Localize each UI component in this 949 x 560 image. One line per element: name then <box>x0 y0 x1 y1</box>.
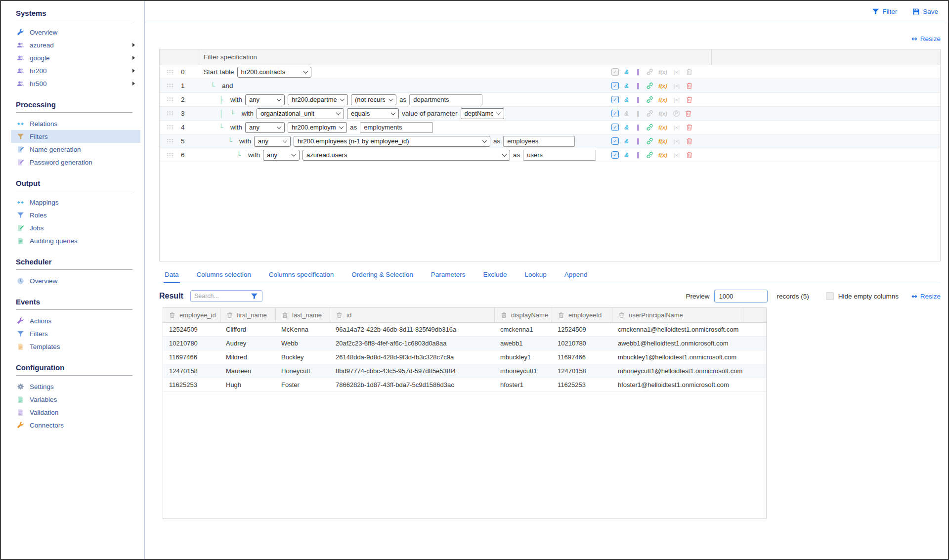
parallel-icon[interactable]: ‖ <box>634 68 642 76</box>
sidebar-item-filters[interactable]: Filters <box>11 130 140 143</box>
sidebar-item-variables[interactable]: Variables <box>11 393 140 406</box>
trash-icon[interactable] <box>225 311 233 319</box>
delete-row-icon[interactable] <box>685 137 693 145</box>
parallel-icon[interactable]: ‖ <box>634 124 642 131</box>
and-operator-icon[interactable]: & <box>623 110 630 117</box>
filter-alias-input[interactable] <box>409 94 482 105</box>
trash-icon[interactable] <box>281 311 289 319</box>
row-enabled-checkbox[interactable]: ✓ <box>611 137 619 145</box>
sidebar-item-connectors[interactable]: Connectors <box>11 419 140 431</box>
sidebar-item-settings[interactable]: Settings <box>11 380 140 393</box>
filter-button[interactable]: Filter <box>871 7 897 15</box>
sidebar-item-relations[interactable]: Relations <box>11 117 140 130</box>
drag-handle-icon[interactable] <box>167 111 174 116</box>
parallel-icon[interactable]: ‖ <box>634 110 642 117</box>
row-enabled-checkbox[interactable]: ✓ <box>611 124 619 131</box>
column-header-userprincipalname[interactable]: userPrincipalName <box>612 308 743 322</box>
exclude-icon[interactable]: |×| <box>672 152 681 158</box>
filter-select[interactable]: any <box>245 94 285 105</box>
function-icon[interactable]: f(x) <box>657 111 668 117</box>
link-icon[interactable] <box>646 82 653 90</box>
drag-handle-icon[interactable] <box>167 138 174 144</box>
tab-parameters[interactable]: Parameters <box>430 268 467 283</box>
tab-append[interactable]: Append <box>563 268 589 283</box>
filter-alias-input[interactable] <box>523 150 596 161</box>
filter-select[interactable]: (not recursive) <box>351 94 396 105</box>
and-operator-icon[interactable]: & <box>623 69 630 76</box>
trash-icon[interactable] <box>500 311 508 319</box>
table-row[interactable]: 12524509CliffordMcKenna96a14a72-422b-46d… <box>163 323 766 337</box>
function-icon[interactable]: f(x) <box>657 138 668 144</box>
parallel-icon[interactable]: ‖ <box>634 151 642 159</box>
delete-row-icon[interactable] <box>684 110 692 118</box>
function-icon[interactable]: f(x) <box>657 125 668 130</box>
filter-select[interactable]: azuread.users <box>302 150 510 161</box>
sidebar-item-roles[interactable]: Roles <box>11 209 140 221</box>
search-input[interactable] <box>194 293 249 300</box>
preview-count-input[interactable] <box>714 290 768 302</box>
sidebar-item-templates[interactable]: Templates <box>11 340 140 353</box>
column-header-first-name[interactable]: first_name <box>220 308 275 322</box>
sidebar-item-jobs[interactable]: Jobs <box>11 221 140 234</box>
column-header-employeeid[interactable]: employeeId <box>552 308 612 322</box>
row-enabled-checkbox[interactable]: ✓ <box>611 68 619 76</box>
delete-row-icon[interactable] <box>685 96 693 104</box>
resize-top-link[interactable]: ↔ Resize <box>911 30 941 47</box>
trash-icon[interactable] <box>168 311 176 319</box>
table-row[interactable]: 10210780AudreyWebb20af2c23-6ff8-4fef-af6… <box>163 337 766 350</box>
hide-empty-columns-checkbox[interactable] <box>826 292 834 300</box>
filter-select[interactable]: any <box>245 122 285 133</box>
column-header-employee-id[interactable]: employee_id <box>163 308 220 322</box>
filter-alias-input[interactable] <box>503 136 575 147</box>
function-icon[interactable]: f(x) <box>657 152 668 158</box>
and-operator-icon[interactable]: & <box>623 83 630 89</box>
filter-select[interactable]: equals <box>347 108 399 119</box>
filter-select[interactable]: hr200.contracts <box>237 67 311 78</box>
exclude-icon[interactable]: |×| <box>672 125 681 130</box>
filter-select[interactable]: organizational_unit <box>257 108 344 119</box>
delete-row-icon[interactable] <box>685 151 693 159</box>
trash-icon[interactable] <box>617 311 625 319</box>
sidebar-item-hr500[interactable]: hr500 <box>11 77 140 90</box>
drag-handle-icon[interactable] <box>167 69 174 75</box>
tab-ordering-selection[interactable]: Ordering & Selection <box>350 268 414 283</box>
function-icon[interactable]: f(x) <box>657 97 668 103</box>
tab-columns-specification[interactable]: Columns specification <box>268 268 335 283</box>
column-header-displayname[interactable]: displayName <box>494 308 552 322</box>
sidebar-item-actions[interactable]: Actions <box>11 314 140 327</box>
tab-columns-selection[interactable]: Columns selection <box>196 268 252 283</box>
link-icon[interactable] <box>646 96 653 104</box>
sidebar-item-hr200[interactable]: hr200 <box>11 64 140 77</box>
parallel-icon[interactable]: ‖ <box>634 137 642 145</box>
filter-alias-input[interactable] <box>360 122 433 133</box>
function-icon[interactable]: f(x) <box>657 83 668 89</box>
exclude-icon[interactable]: |×| <box>672 83 681 89</box>
drag-handle-icon[interactable] <box>167 97 174 102</box>
row-enabled-checkbox[interactable]: ✓ <box>611 82 619 89</box>
link-icon[interactable] <box>646 151 653 159</box>
exclude-icon[interactable]: |×| <box>672 97 681 103</box>
delete-row-icon[interactable] <box>685 82 693 90</box>
delete-row-icon[interactable] <box>685 68 693 76</box>
parameter-icon[interactable] <box>672 110 680 118</box>
link-icon[interactable] <box>646 124 653 131</box>
column-header-last-name[interactable]: last_name <box>275 308 330 322</box>
link-icon[interactable] <box>646 68 653 76</box>
table-row[interactable]: 11625253HughFoster7866282b-1d87-43ff-bda… <box>163 378 766 392</box>
drag-handle-icon[interactable] <box>167 152 174 158</box>
sidebar-item-password-generation[interactable]: Password generation <box>11 156 140 169</box>
row-enabled-checkbox[interactable]: ✓ <box>611 151 619 159</box>
sidebar-item-name-generation[interactable]: Name generation <box>11 143 140 156</box>
tab-lookup[interactable]: Lookup <box>524 268 548 283</box>
trash-icon[interactable] <box>335 311 343 319</box>
exclude-icon[interactable]: |×| <box>672 69 681 75</box>
sidebar-item-overview[interactable]: Overview <box>11 274 140 287</box>
sidebar-item-validation[interactable]: Validation <box>11 406 140 419</box>
sidebar-item-mappings[interactable]: Mappings <box>11 196 140 209</box>
table-row[interactable]: 12470158MaureenHoneycutt8bd97774-cbbc-43… <box>163 364 766 378</box>
filter-select[interactable]: deptName <box>461 108 504 119</box>
parallel-icon[interactable]: ‖ <box>634 82 642 89</box>
filter-select[interactable]: hr200.employees (n-1 by employee_id) <box>294 136 490 147</box>
delete-row-icon[interactable] <box>685 124 693 131</box>
tab-data[interactable]: Data <box>164 268 180 283</box>
